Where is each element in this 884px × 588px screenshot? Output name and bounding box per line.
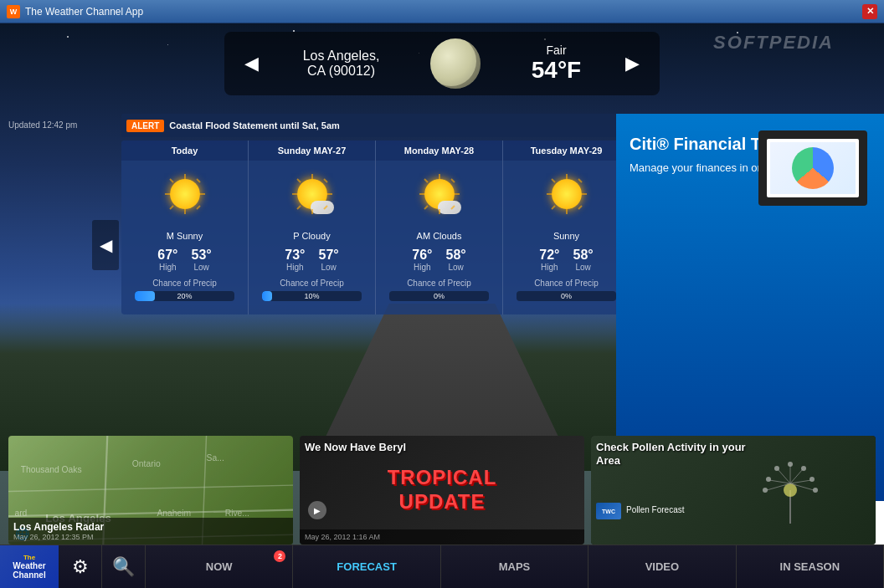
pollen-tile-bg: Check Pollen Activity in your Area — [591, 436, 876, 545]
high-label-0: High — [157, 263, 177, 272]
day-header-0: Today — [121, 141, 248, 161]
svg-line-62 — [778, 469, 790, 483]
svg-line-60 — [790, 480, 811, 483]
day-header-2: Monday MAY-28 — [376, 141, 502, 161]
ad-laptop-image — [758, 130, 867, 206]
tropical-title: We Now Have Beryl — [305, 441, 406, 453]
nav-left-arrow[interactable]: ◀ — [238, 49, 265, 78]
low-temp-3: 58° Low — [573, 248, 594, 272]
svg-line-29 — [578, 179, 582, 182]
svg-point-59 — [801, 466, 806, 471]
settings-button[interactable]: ⚙ — [59, 545, 102, 588]
precip-bar-bg-0: 20% — [135, 291, 234, 301]
high-deg-0: 67° — [157, 248, 177, 263]
svg-line-58 — [790, 469, 803, 483]
svg-line-4 — [170, 179, 173, 182]
nav-tab-now[interactable]: NOW 2 — [146, 545, 293, 588]
svg-line-21 — [451, 179, 455, 182]
radar-tile-title: Los Angeles Radar — [13, 521, 288, 533]
weather-icon-3 — [545, 172, 588, 216]
weather-icon-2 — [418, 172, 461, 216]
moon-icon — [430, 38, 481, 89]
svg-point-65 — [766, 477, 771, 482]
app-icon: W — [7, 5, 20, 18]
low-label-1: Low — [319, 263, 339, 272]
nav-tab-forecast[interactable]: FORECAST — [293, 545, 440, 588]
day-icon-area-0 — [121, 161, 248, 228]
nav-tab-in-season[interactable]: IN SEASON — [737, 545, 884, 588]
nav-tab-maps[interactable]: MAPS — [441, 545, 588, 588]
forecast-nav-left[interactable]: ◀ — [92, 220, 119, 270]
weather-temperature: 54°F — [532, 57, 581, 84]
svg-line-23 — [451, 206, 455, 209]
precip-pct-3: 0% — [517, 291, 616, 301]
now-badge: 2 — [274, 550, 285, 562]
ad-laptop-area — [758, 130, 876, 214]
sun-rays-1 — [290, 172, 334, 216]
search-button[interactable]: 🔍 — [102, 545, 146, 588]
titlebar: W The Weather Channel App ✕ — [0, 0, 884, 23]
weather-condition: Fair — [532, 43, 581, 57]
temps-row-0: 67° High 53° Low — [121, 244, 248, 275]
ad-pie-chart — [792, 147, 834, 189]
svg-point-69 — [763, 488, 768, 493]
svg-text:Rive...: Rive... — [225, 509, 249, 518]
twc-logo: TWC — [596, 503, 621, 519]
low-deg-2: 58° — [446, 248, 466, 263]
location-detail: CA (90012) — [303, 64, 380, 79]
dandelion-icon — [757, 457, 824, 524]
low-deg-1: 57° — [319, 248, 339, 263]
news-tile-tropical[interactable]: TROPICALUPDATE ▶ We Now Have Beryl May 2… — [300, 436, 584, 545]
condition-text-2: AM Clouds — [376, 228, 502, 244]
precip-label-1: Chance of Precip — [255, 279, 368, 288]
precip-pct-1: 10% — [262, 291, 362, 301]
svg-line-5 — [197, 179, 200, 182]
high-temp-0: 67° High — [157, 248, 177, 272]
pollen-forecast-label: Pollen Forecast — [626, 505, 684, 514]
temps-row-1: 73° High 57° Low — [249, 244, 375, 275]
svg-point-61 — [809, 477, 815, 482]
window-title: The Weather Channel App — [25, 6, 862, 18]
condition-text-3: Sunny — [503, 228, 630, 244]
gear-icon: ⚙ — [72, 556, 89, 578]
high-temp-1: 73° High — [285, 248, 305, 272]
news-tile-radar[interactable]: Thousand Oaks Ontario Sa... ard Los Ange… — [8, 436, 293, 545]
nav-tab-video[interactable]: VIDEO — [588, 545, 736, 588]
low-temp-2: 58° Low — [446, 248, 466, 272]
svg-text:ard: ard — [14, 509, 27, 518]
day-icon-area-2 — [376, 161, 502, 228]
tropical-tile-content: May 26, 2012 1:16 AM — [300, 529, 584, 545]
tropical-text: TROPICALUPDATE — [388, 466, 497, 514]
precip-area-3: Chance of Precip 0% — [503, 275, 630, 304]
news-tile-pollen[interactable]: Check Pollen Activity in your Area TWC P… — [591, 436, 876, 545]
svg-text:Ontario: Ontario — [132, 459, 161, 468]
precip-label-0: Chance of Precip — [128, 279, 241, 288]
svg-line-13 — [324, 179, 327, 182]
high-label-3: High — [539, 263, 559, 272]
svg-line-64 — [769, 480, 790, 483]
high-temp-3: 72° High — [539, 248, 559, 272]
svg-line-15 — [324, 206, 327, 209]
play-icon[interactable]: ▶ — [308, 501, 326, 519]
temps-row-2: 76° High 58° Low — [376, 244, 502, 275]
precip-bar-bg-2: 0% — [389, 291, 489, 301]
location-info: Los Angeles, CA (90012) — [303, 49, 380, 79]
alert-badge: ALERT — [126, 120, 164, 132]
nav-brand[interactable]: The WeatherChannel — [0, 545, 59, 588]
high-deg-3: 72° — [539, 248, 559, 263]
close-button[interactable]: ✕ — [862, 4, 877, 19]
svg-line-28 — [552, 179, 555, 182]
svg-line-7 — [197, 206, 200, 209]
svg-point-55 — [784, 483, 797, 497]
svg-line-22 — [424, 206, 428, 209]
location-name: Los Angeles, — [303, 49, 380, 64]
precip-pct-0: 20% — [135, 291, 234, 301]
radar-tile-date: May 26, 2012 12:35 PM — [13, 533, 288, 541]
brand-main-text: WeatherChannel — [13, 561, 45, 580]
svg-text:Sa...: Sa... — [207, 453, 224, 463]
svg-point-63 — [774, 466, 779, 471]
nav-right-arrow[interactable]: ▶ — [619, 49, 646, 78]
svg-point-67 — [813, 488, 818, 493]
day-header-1: Sunday MAY-27 — [249, 141, 375, 161]
svg-line-41 — [8, 485, 293, 491]
